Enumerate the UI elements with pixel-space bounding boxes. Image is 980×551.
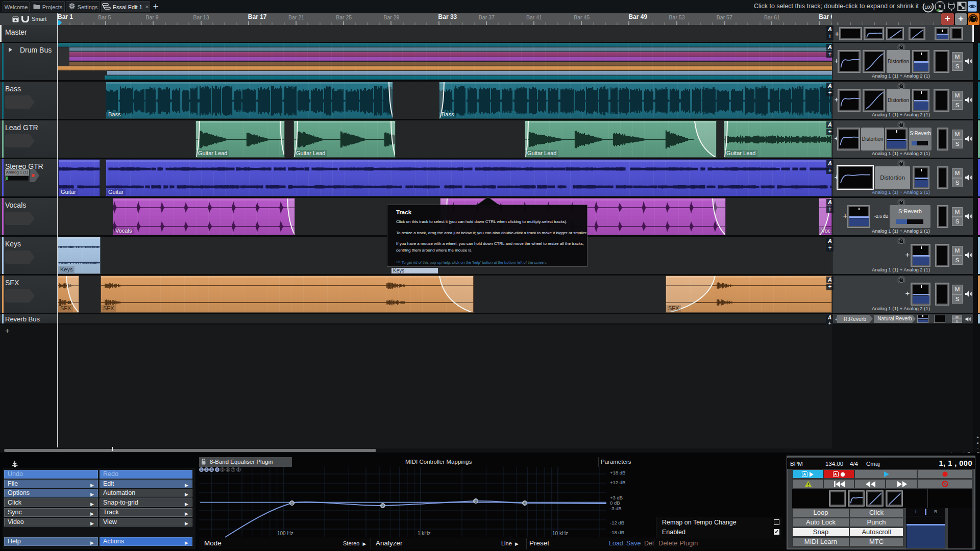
- svg-text:100: 100: [924, 5, 932, 10]
- svg-text:5: 5: [939, 4, 941, 9]
